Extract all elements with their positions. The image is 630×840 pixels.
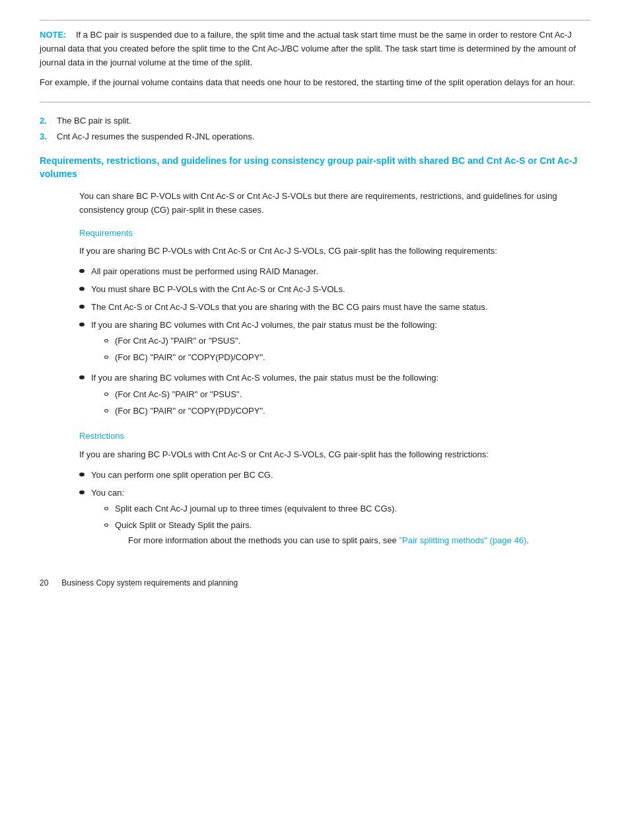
req-bullet-3-text: The Cnt Ac-S or Cnt Ac-J S-VOLs that you… [91, 301, 487, 315]
sub-bullet-dot-5-1 [104, 393, 108, 396]
req-bullet-4: If you are sharing BC volumes with Cnt A… [79, 319, 590, 367]
bullet-dot-2 [79, 287, 85, 291]
footer-page-num: 20 [40, 577, 48, 589]
res-bullet-2-text: You can: [91, 488, 124, 498]
req-sub-4-2-text: (For BC) "PAIR" or "COPY(PD)/COPY". [115, 351, 265, 365]
bullet-dot-5 [79, 375, 85, 379]
restrictions-intro: If you are sharing BC P-VOLs with Cnt Ac… [79, 448, 590, 462]
step-3: 3. Cnt Ac-J resumes the suspended R-JNL … [40, 130, 590, 143]
restrictions-bullets: You can perform one split operation per … [79, 469, 590, 551]
req-bullet-5: If you are sharing BC volumes with Cnt A… [79, 371, 590, 420]
pair-splitting-link[interactable]: "Pair splitting methods" (page 46) [399, 535, 526, 545]
req-sub-bullets-5: (For Cnt Ac-S) "PAIR" or "PSUS". (For BC… [104, 388, 438, 418]
req-bullet-4-content: If you are sharing BC volumes with Cnt A… [91, 319, 437, 367]
restrictions-heading: Restrictions [79, 430, 590, 443]
req-sub-5-2: (For BC) "PAIR" or "COPY(PD)/COPY". [104, 404, 438, 418]
section-intro: You can share BC P-VOLs with Cnt Ac-S or… [79, 190, 590, 217]
requirements-intro: If you are sharing BC P-VOLs with Cnt Ac… [79, 245, 590, 258]
req-bullet-5-text: If you are sharing BC volumes with Cnt A… [91, 373, 438, 383]
step-3-num: 3. [40, 130, 52, 143]
req-bullet-1: All pair operations must be performed us… [79, 265, 590, 279]
req-sub-4-2: (For BC) "PAIR" or "COPY(PD)/COPY". [104, 351, 437, 365]
req-sub-4-1-text: (For Cnt Ac-J) "PAIR" or "PSUS". [115, 334, 240, 348]
note-label: NOTE: [40, 30, 66, 40]
bullet-dot-1 [79, 269, 85, 273]
numbered-list: 2. The BC pair is split. 3. Cnt Ac-J res… [40, 114, 590, 143]
res-sub-bullets-2: Split each Cnt Ac-J journal up to three … [104, 502, 529, 547]
req-bullet-2-text: You must share BC P-VOLs with the Cnt Ac… [91, 283, 345, 297]
res-sub-2-2-content: Quick Split or Steady Split the pairs. F… [115, 519, 529, 548]
note-paragraph2: For example, if the journal volume conta… [40, 76, 590, 90]
step-2: 2. The BC pair is split. [40, 114, 590, 128]
sub-bullet-dot-4-1 [104, 339, 108, 342]
req-bullet-4-text: If you are sharing BC volumes with Cnt A… [91, 320, 437, 330]
sub-bullet-dot-res-2-2 [104, 523, 108, 527]
requirements-bullets: All pair operations must be performed us… [79, 265, 590, 420]
res-sub-2-2-extra-end: . [526, 535, 529, 545]
res-bullet-1: You can perform one split operation per … [79, 469, 590, 482]
requirements-heading: Requirements [79, 227, 590, 240]
res-sub-2-2-extra: For more information about the methods y… [128, 534, 529, 548]
req-bullet-5-content: If you are sharing BC volumes with Cnt A… [91, 371, 438, 420]
res-sub-2-2: Quick Split or Steady Split the pairs. F… [104, 519, 529, 548]
res-sub-2-1-text: Split each Cnt Ac-J journal up to three … [115, 502, 397, 516]
res-sub-2-2-extra-before: For more information about the methods y… [128, 535, 399, 545]
footer-title: Business Copy system requirements and pl… [61, 577, 238, 589]
sub-bullet-dot-res-2-1 [104, 507, 108, 510]
top-rule [40, 20, 590, 20]
footer: 20 Business Copy system requirements and… [40, 577, 590, 589]
res-sub-2-2-text: Quick Split or Steady Split the pairs. [115, 520, 252, 530]
req-sub-bullets-4: (For Cnt Ac-J) "PAIR" or "PSUS". (For BC… [104, 334, 437, 365]
bullet-dot-3 [79, 305, 85, 309]
page: NOTE: If a BC pair is suspended due to a… [0, 0, 630, 840]
step-3-text: Cnt Ac-J resumes the suspended R-JNL ope… [57, 130, 254, 143]
bullet-dot-4 [79, 323, 85, 326]
res-bullet-2-content: You can: Split each Cnt Ac-J journal up … [91, 486, 529, 551]
section-heading: Requirements, restrictions, and guidelin… [40, 155, 590, 180]
note-content: If a BC pair is suspended due to a failu… [40, 30, 576, 67]
note-text: NOTE: If a BC pair is suspended due to a… [40, 28, 590, 69]
req-bullet-2: You must share BC P-VOLs with the Cnt Ac… [79, 283, 590, 297]
res-bullet-2: You can: Split each Cnt Ac-J journal up … [79, 486, 590, 551]
sub-bullet-dot-5-2 [104, 409, 108, 412]
res-bullet-dot-1 [79, 473, 85, 477]
res-bullet-dot-2 [79, 490, 85, 494]
req-bullet-1-text: All pair operations must be performed us… [91, 265, 318, 279]
section-body: You can share BC P-VOLs with Cnt Ac-S or… [79, 190, 590, 550]
res-sub-2-1: Split each Cnt Ac-J journal up to three … [104, 502, 529, 516]
req-sub-5-2-text: (For BC) "PAIR" or "COPY(PD)/COPY". [115, 404, 265, 418]
step-2-text: The BC pair is split. [57, 114, 131, 128]
sub-bullet-dot-4-2 [104, 356, 108, 359]
req-sub-5-1-text: (For Cnt Ac-S) "PAIR" or "PSUS". [115, 388, 242, 402]
req-bullet-3: The Cnt Ac-S or Cnt Ac-J S-VOLs that you… [79, 301, 590, 315]
note-block: NOTE: If a BC pair is suspended due to a… [40, 28, 590, 102]
step-2-num: 2. [40, 114, 52, 128]
res-bullet-1-text: You can perform one split operation per … [91, 469, 273, 482]
req-sub-5-1: (For Cnt Ac-S) "PAIR" or "PSUS". [104, 388, 438, 402]
req-sub-4-1: (For Cnt Ac-J) "PAIR" or "PSUS". [104, 334, 437, 348]
